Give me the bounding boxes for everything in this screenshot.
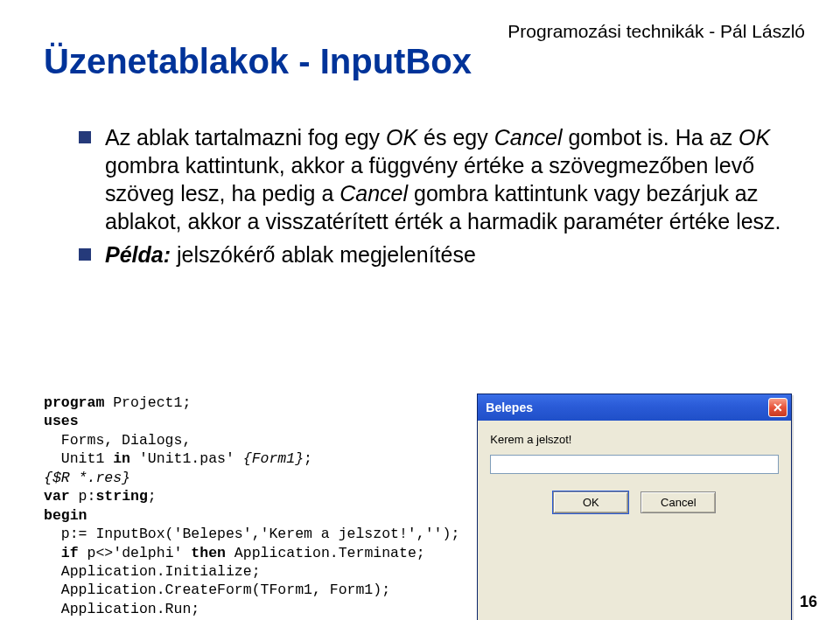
dialog-button-row: OK Cancel xyxy=(490,491,779,513)
ok-button[interactable]: OK xyxy=(553,491,628,513)
bullet-item: Példa: jelszókérő ablak megjelenítése xyxy=(79,240,788,268)
cancel-button[interactable]: Cancel xyxy=(640,491,716,513)
page-title: Üzenetablakok - InputBox xyxy=(44,42,472,81)
password-input[interactable] xyxy=(490,455,779,474)
bullet-text: Az ablak tartalmazni fog egy OK és egy C… xyxy=(105,123,788,235)
dialog-title: Belepes xyxy=(486,401,768,414)
dialog-prompt: Kerem a jelszot! xyxy=(490,433,779,446)
body-content: Az ablak tartalmazni fog egy OK és egy C… xyxy=(79,118,788,268)
bullet-icon xyxy=(79,248,91,261)
bullet-icon xyxy=(79,131,91,143)
code-snippet: program Project1; uses Forms, Dialogs, U… xyxy=(44,394,459,620)
bullet-item: Az ablak tartalmazni fog egy OK és egy C… xyxy=(79,123,788,235)
header-credit: Programozási technikák - Pál László xyxy=(508,21,805,42)
bullet-text: Példa: jelszókérő ablak megjelenítése xyxy=(105,240,476,268)
inputbox-dialog: Belepes ✕ Kerem a jelszot! OK Cancel xyxy=(477,394,792,620)
page-number: 16 xyxy=(800,593,817,611)
dialog-body: Kerem a jelszot! OK Cancel xyxy=(478,421,791,526)
dialog-titlebar: Belepes ✕ xyxy=(478,394,791,421)
close-button[interactable]: ✕ xyxy=(768,398,788,417)
close-icon: ✕ xyxy=(773,401,783,414)
